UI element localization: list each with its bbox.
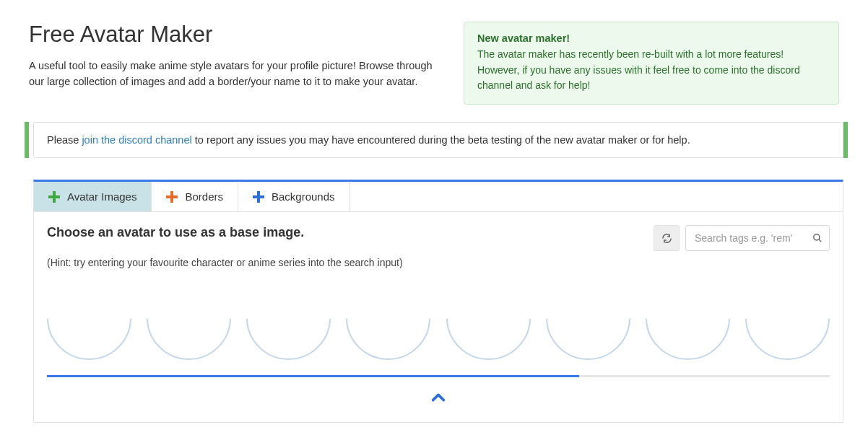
plus-icon (48, 191, 60, 203)
tab-bar: Avatar Images Borders Backgrounds (34, 182, 843, 212)
discord-notice: Please join the discord channel to repor… (29, 122, 839, 158)
avatar-row (47, 319, 830, 362)
search-input[interactable] (685, 225, 830, 251)
refresh-icon (661, 233, 672, 244)
alert-body: The avatar maker has recently been re-bu… (477, 47, 825, 94)
plus-icon (166, 191, 178, 203)
page-title: Free Avatar Maker (29, 22, 442, 48)
svg-point-0 (814, 234, 820, 240)
discord-link[interactable]: join the discord channel (82, 134, 191, 146)
collapse-chevron[interactable] (430, 392, 446, 403)
avatar-slot[interactable] (346, 319, 430, 360)
avatar-slot[interactable] (646, 319, 730, 360)
tab-label: Avatar Images (67, 190, 136, 203)
page-description: A useful tool to easily make anime style… (29, 58, 442, 90)
svg-line-1 (819, 239, 822, 242)
progress-track (47, 375, 830, 377)
notice-left-stripe (25, 122, 29, 158)
notice-right-stripe (843, 122, 848, 158)
section-hint: (Hint: try entering your favourite chara… (47, 257, 830, 268)
avatar-slot[interactable] (745, 319, 830, 360)
avatar-slot[interactable] (47, 319, 131, 360)
section-title: Choose an avatar to use as a base image. (47, 225, 304, 240)
search-icon (812, 233, 823, 243)
tab-borders[interactable]: Borders (152, 182, 238, 211)
refresh-button[interactable] (654, 225, 680, 251)
alert-title: New avatar maker! (477, 32, 825, 44)
alert-new-avatar-maker: New avatar maker! The avatar maker has r… (464, 22, 839, 105)
avatar-panel: Avatar Images Borders Backgrounds Choose… (33, 180, 843, 423)
avatar-slot[interactable] (446, 319, 531, 360)
progress-fill (47, 375, 579, 377)
tab-backgrounds[interactable]: Backgrounds (238, 182, 350, 211)
avatar-slot[interactable] (546, 319, 630, 360)
tab-label: Borders (185, 190, 223, 203)
discord-notice-suffix: to report any issues you may have encoun… (192, 134, 690, 146)
tab-avatar-images[interactable]: Avatar Images (34, 182, 152, 211)
discord-notice-prefix: Please (47, 134, 82, 146)
avatar-slot[interactable] (246, 319, 331, 360)
plus-icon (253, 191, 264, 203)
tab-label: Backgrounds (272, 190, 335, 203)
chevron-up-icon (430, 392, 446, 403)
avatar-slot[interactable] (147, 319, 231, 360)
